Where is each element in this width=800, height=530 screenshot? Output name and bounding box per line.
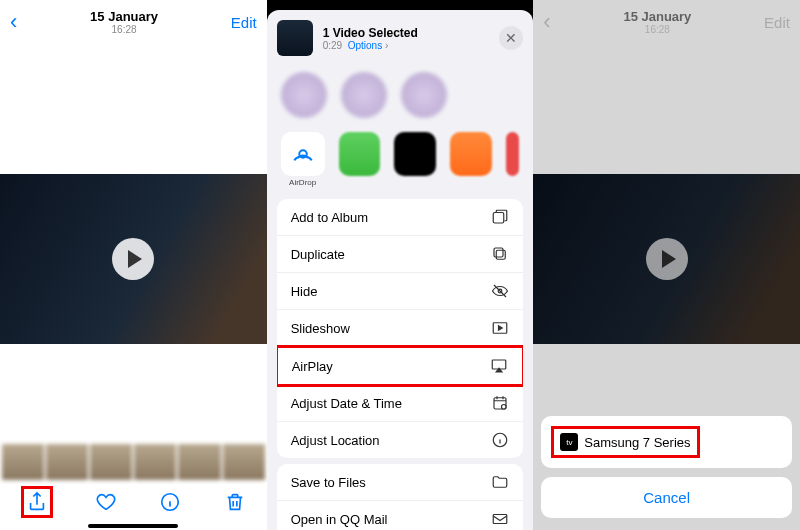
title-date: 15 January: [17, 9, 230, 24]
edit-button: Edit: [764, 14, 790, 31]
action-label: Duplicate: [291, 247, 345, 262]
hide-icon: [491, 282, 509, 300]
airplay-device-row[interactable]: tv Samsung 7 Series: [541, 416, 792, 468]
action-airplay[interactable]: AirPlay: [277, 345, 524, 387]
calendar-icon: [491, 394, 509, 412]
contact-avatar[interactable]: [281, 72, 327, 118]
device-highlight: tv Samsung 7 Series: [551, 426, 699, 458]
heart-icon[interactable]: [95, 491, 117, 513]
app-alibaba[interactable]: [450, 132, 492, 176]
trash-icon[interactable]: [224, 491, 246, 513]
app-wechat[interactable]: [339, 132, 381, 176]
cancel-button[interactable]: Cancel: [541, 477, 792, 518]
action-label: Adjust Date & Time: [291, 396, 402, 411]
nav-header: ‹ 15 January 16:28 Edit: [0, 0, 267, 44]
close-icon[interactable]: ✕: [499, 26, 523, 50]
apps-row: AirDrop: [267, 128, 534, 193]
share-highlight: [21, 486, 53, 518]
slideshow-icon: [491, 319, 509, 337]
svg-rect-2: [494, 213, 505, 224]
action-mail[interactable]: Open in QQ Mail: [277, 501, 524, 530]
info-icon[interactable]: [159, 491, 181, 513]
share-sheet: 1 Video Selected 0:29 Options › ✕ AirDro…: [267, 10, 534, 530]
screen-share-sheet: 1 Video Selected 0:29 Options › ✕ AirDro…: [267, 0, 534, 530]
duplicate-icon: [491, 245, 509, 263]
title-time: 16:28: [551, 24, 764, 35]
back-button: ‹: [543, 9, 550, 35]
thumbnail-strip[interactable]: [0, 444, 267, 480]
sheet-subtitle: 0:29 Options ›: [323, 40, 490, 51]
video-preview: [533, 174, 800, 344]
action-label: Hide: [291, 284, 318, 299]
folder-icon: [491, 473, 509, 491]
share-icon[interactable]: [26, 491, 48, 513]
video-preview[interactable]: [0, 174, 267, 344]
video-thumbnail: [277, 20, 313, 56]
action-label: Save to Files: [291, 475, 366, 490]
action-folder[interactable]: Save to Files: [277, 464, 524, 501]
svg-point-9: [502, 405, 507, 410]
svg-rect-4: [494, 248, 503, 257]
bottom-toolbar: [0, 482, 267, 522]
edit-button[interactable]: Edit: [231, 14, 257, 31]
home-indicator[interactable]: [88, 524, 178, 528]
action-duplicate[interactable]: Duplicate: [277, 236, 524, 273]
contact-avatar[interactable]: [341, 72, 387, 118]
action-slideshow[interactable]: Slideshow: [277, 310, 524, 347]
airplay-icon: [490, 357, 508, 375]
tv-icon: tv: [560, 433, 578, 451]
screen-photos-detail: ‹ 15 January 16:28 Edit: [0, 0, 267, 530]
mail-icon: [491, 510, 509, 528]
sheet-title: 1 Video Selected: [323, 26, 490, 40]
title-time: 16:28: [17, 24, 230, 35]
title-area: 15 January 16:28: [17, 9, 230, 35]
device-name: Samsung 7 Series: [584, 435, 690, 450]
title-area: 15 January 16:28: [551, 9, 764, 35]
svg-rect-11: [494, 515, 508, 524]
action-label: Adjust Location: [291, 433, 380, 448]
play-icon[interactable]: [112, 238, 154, 280]
action-album[interactable]: Add to Album: [277, 199, 524, 236]
album-icon: [491, 208, 509, 226]
app-airdrop[interactable]: AirDrop: [281, 132, 325, 187]
location-icon: [491, 431, 509, 449]
action-location[interactable]: Adjust Location: [277, 422, 524, 458]
action-hide[interactable]: Hide: [277, 273, 524, 310]
action-calendar[interactable]: Adjust Date & Time: [277, 385, 524, 422]
actions-group-2: Save to FilesOpen in QQ Mail: [277, 464, 524, 530]
actions-group-1: Add to AlbumDuplicateHideSlideshowAirPla…: [277, 199, 524, 458]
options-link[interactable]: Options: [348, 40, 382, 51]
sheet-header: 1 Video Selected 0:29 Options › ✕: [267, 10, 534, 66]
contact-avatar[interactable]: [401, 72, 447, 118]
action-label: AirPlay: [292, 359, 333, 374]
back-button[interactable]: ‹: [10, 9, 17, 35]
screen-airplay-picker: ‹ 15 January 16:28 Edit tv Samsung 7 Ser…: [533, 0, 800, 530]
action-label: Slideshow: [291, 321, 350, 336]
app-tiktok[interactable]: [394, 132, 436, 176]
title-date: 15 January: [551, 9, 764, 24]
sheet-title-area: 1 Video Selected 0:29 Options ›: [323, 26, 490, 51]
contacts-row[interactable]: [267, 66, 534, 128]
svg-rect-3: [497, 250, 506, 259]
play-icon: [646, 238, 688, 280]
nav-header: ‹ 15 January 16:28 Edit: [533, 0, 800, 44]
action-label: Open in QQ Mail: [291, 512, 388, 527]
app-more[interactable]: [506, 132, 519, 176]
action-label: Add to Album: [291, 210, 368, 225]
